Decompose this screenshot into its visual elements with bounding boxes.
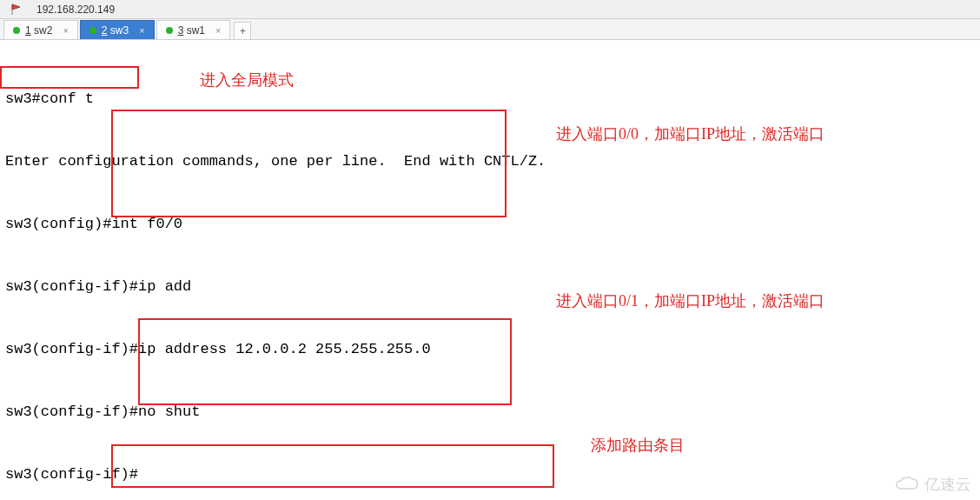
terminal-line: sw3(config)#int f0/0 (5, 214, 975, 235)
terminal-line: sw3(config-if)#ip add (5, 277, 975, 297)
terminal-line: sw3(config-if)#no shut (5, 402, 975, 423)
annotation-port-0-0: 进入端口0/0，加端口IP地址，激活端口 (556, 123, 824, 144)
status-dot-icon (13, 27, 20, 34)
status-dot-icon (89, 27, 96, 34)
tab-sw2[interactable]: 1 sw2 × (3, 20, 78, 39)
close-icon[interactable]: × (139, 25, 144, 36)
tab-sw3[interactable]: 2 sw3 × (80, 20, 155, 39)
window-address: 192.168.220.149 (36, 3, 115, 16)
annotation-route: 添加路由条目 (591, 435, 685, 456)
close-icon[interactable]: × (215, 25, 221, 36)
terminal-line: sw3(config-if)#ip address 12.0.0.2 255.2… (5, 339, 975, 360)
titlebar: 192.168.220.149 (0, 0, 980, 19)
annotation-global-mode: 进入全局模式 (200, 70, 294, 90)
cloud-icon (895, 477, 919, 492)
tab-label: sw3 (110, 24, 129, 37)
watermark: 亿速云 (895, 474, 971, 495)
terminal-area[interactable]: sw3#conf t Enter configuration commands,… (0, 40, 980, 500)
terminal-line: sw3(config-if)# (5, 464, 975, 485)
close-icon[interactable]: × (63, 25, 68, 36)
tab-label: sw2 (34, 24, 52, 37)
highlight-box (138, 318, 512, 405)
tab-sw1[interactable]: 3 sw1 × (156, 20, 231, 39)
tab-label: sw1 (187, 24, 205, 37)
tab-accel: 3 (178, 24, 184, 37)
add-tab-button[interactable]: + (234, 22, 251, 39)
flag-icon (10, 3, 23, 16)
terminal-line: sw3#conf t (5, 89, 975, 110)
tab-accel: 2 (102, 24, 108, 37)
tab-strip: 1 sw2 × 2 sw3 × 3 sw1 × + (0, 19, 980, 40)
terminal-line: Enter configuration commands, one per li… (5, 151, 975, 172)
tab-accel: 1 (25, 24, 31, 37)
annotation-port-0-1: 进入端口0/1，加端口IP地址，激活端口 (556, 290, 824, 311)
highlight-box (0, 66, 139, 89)
status-dot-icon (166, 27, 173, 34)
